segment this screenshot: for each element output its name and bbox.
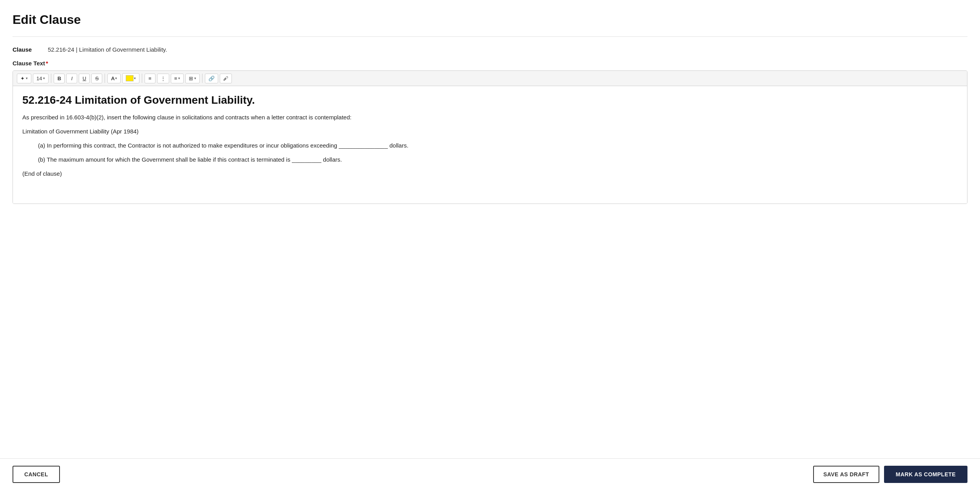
toolbar-separator-3 — [142, 74, 142, 83]
editor-heading: 52.216-24 Limitation of Government Liabi… — [22, 94, 958, 106]
eraser-button[interactable]: 🖋 — [220, 74, 232, 83]
editor-para-5: (End of clause) — [22, 169, 958, 178]
clause-value: 52.216-24 | Limitation of Government Lia… — [48, 46, 167, 53]
clause-text-label: Clause Text* — [13, 60, 967, 67]
magic-button[interactable]: ✦ ▾ — [17, 74, 31, 83]
mark-complete-button[interactable]: MARK AS COMPLETE — [884, 466, 967, 483]
unordered-list-button[interactable]: ⋮ — [157, 74, 169, 83]
table-icon: ⊞ — [189, 76, 193, 81]
editor-body[interactable]: 52.216-24 Limitation of Government Liabi… — [13, 86, 967, 204]
highlight-swatch — [126, 75, 134, 81]
footer-bar: CANCEL SAVE AS DRAFT MARK AS COMPLETE — [0, 458, 980, 490]
font-size-button[interactable]: 14 ▾ — [33, 74, 49, 83]
highlight-color-button[interactable]: ▾ — [122, 73, 139, 83]
underline-button[interactable]: U — [79, 74, 90, 83]
strikethrough-icon: S — [95, 76, 99, 81]
table-button[interactable]: ⊞ ▾ — [185, 74, 200, 83]
editor-para-4: (b) The maximum amount for which the Gov… — [22, 155, 958, 164]
page-title: Edit Clause — [13, 13, 967, 27]
underline-icon: U — [83, 76, 86, 81]
toolbar-separator-4 — [202, 74, 203, 83]
ordered-list-button[interactable]: ≡ — [145, 74, 155, 83]
save-draft-button[interactable]: SAVE AS DRAFT — [813, 466, 879, 483]
ordered-list-icon: ≡ — [148, 76, 152, 81]
editor-para-3: (a) In performing this contract, the Con… — [22, 141, 958, 150]
font-color-button[interactable]: A ▾ — [107, 74, 120, 83]
bold-icon: B — [58, 76, 61, 81]
align-button[interactable]: ≡ ▾ — [171, 74, 184, 83]
font-size-value: 14 — [36, 76, 42, 81]
bold-button[interactable]: B — [54, 74, 65, 83]
align-chevron-icon: ▾ — [178, 76, 180, 80]
font-size-chevron-icon: ▾ — [43, 76, 45, 80]
magic-icon: ✦ — [20, 76, 25, 81]
toolbar-separator-2 — [105, 74, 105, 83]
magic-chevron-icon: ▾ — [26, 76, 28, 80]
font-color-chevron-icon: ▾ — [115, 76, 117, 80]
cancel-button[interactable]: CANCEL — [13, 466, 60, 483]
editor-wrapper: ✦ ▾ 14 ▾ B I U S A ▾ — [13, 70, 967, 204]
required-star: * — [46, 60, 48, 67]
footer-right-actions: SAVE AS DRAFT MARK AS COMPLETE — [813, 466, 967, 483]
link-icon: 🔗 — [208, 76, 215, 81]
highlight-chevron-icon: ▾ — [134, 76, 136, 80]
link-button[interactable]: 🔗 — [205, 74, 218, 83]
strikethrough-button[interactable]: S — [91, 74, 102, 83]
table-chevron-icon: ▾ — [194, 76, 196, 80]
align-icon: ≡ — [174, 76, 177, 81]
italic-button[interactable]: I — [66, 74, 77, 83]
italic-icon: I — [71, 76, 73, 81]
editor-toolbar: ✦ ▾ 14 ▾ B I U S A ▾ — [13, 71, 967, 86]
editor-para-2: Limitation of Government Liability (Apr … — [22, 127, 958, 136]
editor-para-1: As prescribed in 16.603-4(b)(2), insert … — [22, 113, 958, 122]
unordered-list-icon: ⋮ — [161, 76, 166, 81]
title-divider — [13, 36, 967, 37]
eraser-icon: 🖋 — [223, 76, 228, 81]
clause-field-row: Clause 52.216-24 | Limitation of Governm… — [13, 46, 967, 53]
clause-label: Clause — [13, 46, 48, 53]
toolbar-separator-1 — [51, 74, 51, 83]
font-color-letter-icon: A — [111, 76, 114, 81]
